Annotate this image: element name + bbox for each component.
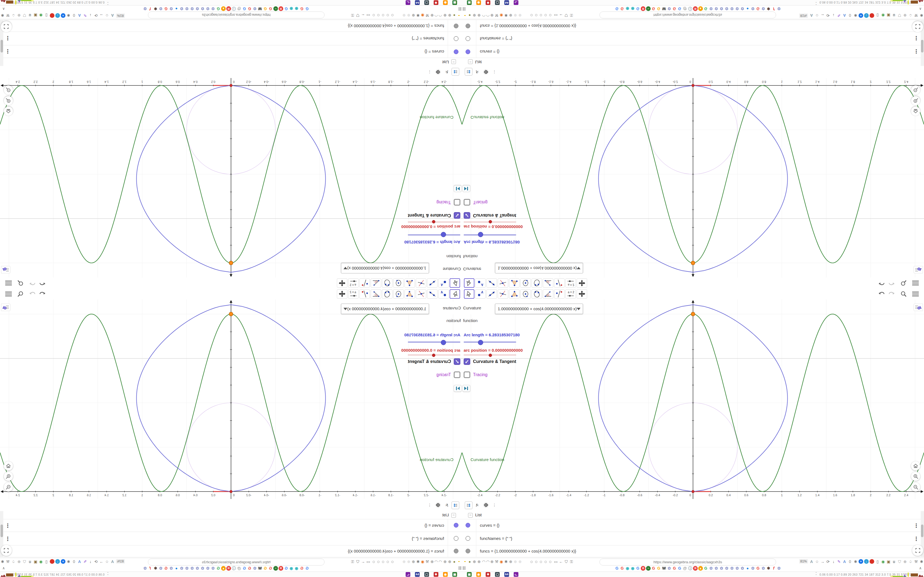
- object-visibility-toggle[interactable]: [454, 24, 459, 29]
- arc-length-slider[interactable]: [464, 342, 516, 343]
- lock-icon[interactable]: ⚿: [350, 559, 355, 564]
- search-icon[interactable]: [17, 279, 24, 287]
- reflect-tool-icon[interactable]: [554, 278, 565, 288]
- down-blue-icon[interactable]: ↓: [864, 13, 869, 18]
- globe-icon[interactable]: ⊕: [443, 13, 447, 18]
- ya-red-favicon[interactable]: Я: [693, 6, 698, 11]
- G-red-favicon[interactable]: G: [299, 566, 304, 571]
- G-red-favicon[interactable]: G: [672, 566, 677, 571]
- gear-red-taskbar-icon[interactable]: ✱: [486, 0, 490, 5]
- curvature-tangent-checkbox[interactable]: ✓: [464, 358, 470, 365]
- bookmark-dot-icon[interactable]: [540, 561, 542, 563]
- move-view-tool-icon[interactable]: [337, 289, 347, 299]
- zoom-in-button[interactable]: [911, 472, 920, 481]
- ggb-flower-favicon[interactable]: ✿: [724, 566, 729, 571]
- zoom-out-button[interactable]: [4, 85, 13, 95]
- reflect-tool-icon[interactable]: [359, 278, 370, 288]
- G-red-favicon[interactable]: G: [247, 566, 252, 571]
- balloon-icon[interactable]: ◓: [457, 559, 462, 564]
- function-input-box[interactable]: 1.000000000000 + cos(4.000000000000 x): [495, 304, 583, 314]
- wrench-icon[interactable]: ⚒: [914, 13, 919, 18]
- ggb-flower-favicon[interactable]: ✿: [751, 566, 755, 571]
- globe-icon[interactable]: ⊕: [477, 13, 481, 18]
- ggb-flower-favicon[interactable]: ✿: [667, 6, 672, 11]
- pause-icon[interactable]: [459, 7, 461, 11]
- slider-tool-icon[interactable]: a = 2: [348, 278, 359, 288]
- save-green-taskbar-icon[interactable]: ▣: [452, 572, 457, 577]
- bookmark-dot-icon[interactable]: [530, 14, 533, 16]
- ggb-flower-favicon[interactable]: ✿: [211, 6, 215, 11]
- translate-icon[interactable]: A: [809, 13, 814, 18]
- object-visibility-toggle[interactable]: [454, 50, 459, 54]
- ggb-flower-favicon[interactable]: ✿: [252, 6, 257, 11]
- home-button[interactable]: [911, 461, 920, 471]
- move-tool-icon[interactable]: [450, 278, 460, 288]
- move-tool-icon[interactable]: [464, 289, 474, 299]
- G-blue-favicon[interactable]: G: [615, 6, 619, 11]
- point-tool-icon[interactable]: A: [438, 289, 449, 299]
- address-bar[interactable]: https://www.geogebra.org/classic/aagcxh3…: [148, 559, 325, 566]
- trash-icon[interactable]: ▯: [875, 13, 880, 18]
- firefox-icon[interactable]: ◉: [420, 13, 425, 18]
- duck-green-favicon[interactable]: ~: [273, 6, 278, 11]
- ggb-flower-favicon[interactable]: ✿: [740, 566, 745, 571]
- gear-icon[interactable]: ✱: [415, 559, 420, 564]
- globe-icon[interactable]: ⊕: [430, 13, 435, 18]
- input-dropdown-caret-icon[interactable]: [344, 308, 347, 310]
- collapse-list-button[interactable]: –: [468, 60, 473, 64]
- collapse-list-button[interactable]: –: [451, 513, 456, 517]
- arc-position-slider-handle[interactable]: [489, 220, 492, 223]
- monitor-dark-taskbar-icon[interactable]: ▢: [495, 0, 500, 5]
- globe-icon[interactable]: ⊕: [411, 559, 416, 564]
- balloon-icon[interactable]: ◓: [462, 13, 467, 18]
- bookmark-dot-icon[interactable]: [377, 14, 380, 16]
- object-visibility-toggle[interactable]: [465, 549, 470, 553]
- wrench-icon[interactable]: ⚒: [494, 559, 499, 564]
- zoom-level-badge[interactable]: 81%: [799, 559, 808, 564]
- ggb-flower-favicon[interactable]: ✿: [195, 566, 200, 571]
- info-gray-favicon[interactable]: ⓘ: [688, 6, 693, 11]
- row-menu-icon[interactable]: •••: [6, 523, 9, 528]
- ggb-flower-favicon[interactable]: ✿: [169, 6, 173, 11]
- function-input-box[interactable]: 1.000000000000 + cos(4.000000000000 x): [341, 263, 429, 273]
- plus-blue-icon[interactable]: +: [859, 13, 863, 18]
- bookmark-dot-icon[interactable]: [387, 14, 389, 16]
- ggb-flower-favicon[interactable]: ✿: [719, 566, 724, 571]
- gear-icon[interactable]: ✱: [504, 559, 509, 564]
- globe-icon[interactable]: ⊕: [472, 13, 477, 18]
- row-menu-icon[interactable]: •••: [915, 49, 918, 54]
- record-red-icon[interactable]: [50, 559, 55, 564]
- point-tool-icon[interactable]: A: [475, 278, 486, 288]
- ggb-flower-favicon[interactable]: ✿: [252, 566, 257, 571]
- graphics-stylebar-button[interactable]: [914, 266, 923, 273]
- ggb-flower-favicon[interactable]: ✿: [724, 6, 729, 11]
- polygon-tool-icon[interactable]: [509, 289, 520, 299]
- G-red-favicon[interactable]: G: [247, 6, 252, 11]
- bookmark-dot-icon[interactable]: [535, 14, 537, 16]
- perpendicular-line-tool-icon[interactable]: [416, 278, 426, 288]
- globe-gray-icon[interactable]: ⊕: [903, 13, 908, 18]
- G-yellow-favicon[interactable]: G: [656, 6, 661, 11]
- G-red-favicon[interactable]: G: [651, 566, 656, 571]
- ya-red-favicon[interactable]: Я: [279, 6, 283, 11]
- mountain-favicon[interactable]: ▲: [221, 566, 226, 571]
- G-blue-favicon[interactable]: G: [635, 6, 640, 11]
- record-red-icon[interactable]: [869, 559, 874, 564]
- tracing-checkbox[interactable]: [454, 371, 460, 378]
- oval-icon[interactable]: 0: [848, 13, 853, 18]
- perpendicular-line-tool-icon[interactable]: [416, 289, 426, 299]
- redo-icon[interactable]: [888, 279, 895, 287]
- lock-icon[interactable]: ⚿: [350, 13, 355, 18]
- function-input-box[interactable]: 1.000000000000 + cos(4.000000000000 x): [495, 263, 583, 273]
- fx-icon[interactable]: fx: [473, 501, 481, 509]
- ggb-flower-favicon[interactable]: ✿: [169, 566, 173, 571]
- firefox-icon[interactable]: ◉: [499, 559, 504, 564]
- gear-icon[interactable]: ✱: [66, 559, 71, 564]
- wiki-w-favicon[interactable]: W: [258, 6, 262, 11]
- undo-icon[interactable]: [39, 279, 46, 287]
- bookmark-dot-icon[interactable]: [387, 561, 389, 563]
- object-visibility-toggle[interactable]: [454, 549, 459, 553]
- redo-icon[interactable]: [29, 290, 36, 298]
- globe-icon[interactable]: ⊕: [508, 559, 513, 564]
- firefox-icon[interactable]: ◉: [420, 559, 425, 564]
